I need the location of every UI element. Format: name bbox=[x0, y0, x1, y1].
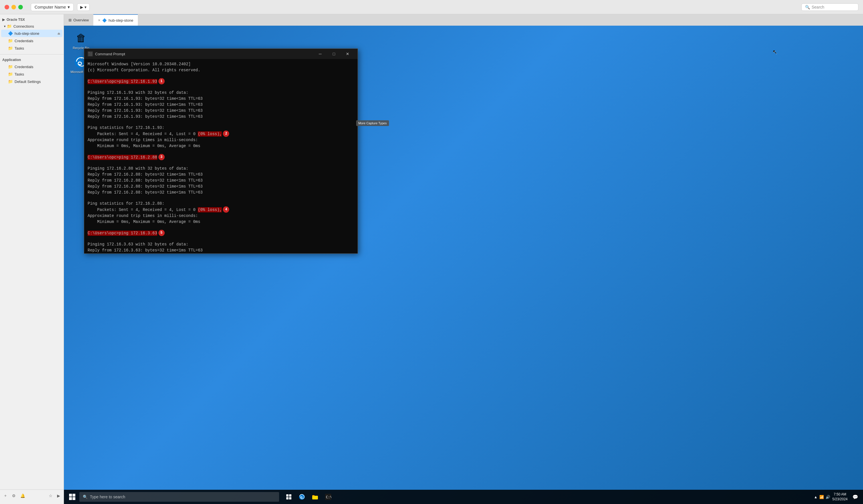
maximize-traffic-light[interactable] bbox=[18, 5, 23, 9]
edge-taskbar-button[interactable] bbox=[296, 491, 308, 503]
cmd-minimize-button[interactable]: ─ bbox=[314, 49, 327, 59]
main-content: ▶ Oracle TSX ▾ 📁 Connections 🔷 hub-step-… bbox=[0, 14, 863, 504]
ping3-r1: Reply from 172.16.3.63: bytes=32 time<1m… bbox=[88, 247, 354, 254]
svg-text:C:\: C:\ bbox=[326, 495, 332, 499]
hub-icon: 🔷 bbox=[8, 31, 13, 36]
sidebar-item-hub-step-stone[interactable]: 🔷 hub-step-stone ⏏ bbox=[1, 30, 62, 37]
app-tasks-label: Tasks bbox=[14, 72, 24, 76]
search-placeholder: Search bbox=[812, 5, 824, 9]
taskbar-search-text: Type here to search bbox=[90, 495, 125, 499]
sidebar-item-app-tasks[interactable]: 📁 Tasks bbox=[1, 70, 62, 78]
volume-icon: 🔊 bbox=[826, 495, 830, 499]
caret-up-icon[interactable]: ▲ bbox=[814, 495, 818, 499]
cmd-window-icon: ⬛ bbox=[88, 51, 93, 56]
taskbar-search[interactable]: 🔍 Type here to search bbox=[79, 492, 279, 502]
cmd-close-button[interactable]: ✕ bbox=[341, 49, 354, 59]
bookmark-button[interactable]: ☆ bbox=[48, 492, 54, 499]
minimize-traffic-light[interactable] bbox=[11, 5, 16, 9]
ping1-packets: Packets: Sent = 4, Received = 4, Lost = … bbox=[88, 131, 354, 137]
ping2-r2: Reply from 172.16.2.88: bytes=32 time<1m… bbox=[88, 178, 354, 184]
cmd-title-label: Command Prompt bbox=[95, 52, 314, 56]
tab-hub-step-stone[interactable]: ✕ 🔷 hub-step-stone bbox=[93, 14, 138, 26]
ping2-header: Pinging 172.16.2.88 with 32 bytes of dat… bbox=[88, 166, 354, 172]
ping2-packets: Packets: Sent = 4, Received = 4, Lost = … bbox=[88, 207, 354, 213]
nav-play-button[interactable]: ▶ ▾ bbox=[77, 3, 90, 11]
ping2-loss-highlighted: (0% loss), bbox=[198, 207, 222, 212]
tab-overview[interactable]: ⊞ Overview bbox=[64, 14, 93, 26]
tasks-label: Tasks bbox=[14, 46, 24, 50]
connections-label: Connections bbox=[13, 24, 34, 28]
cmd-taskbar-button[interactable]: C:\ bbox=[322, 491, 335, 503]
grid-icon: ⊞ bbox=[68, 18, 72, 22]
svg-rect-2 bbox=[73, 494, 75, 496]
add-button[interactable]: ＋ bbox=[2, 492, 9, 500]
ping1-r4: Reply from 172.16.1.93: bytes=32 time<1m… bbox=[88, 114, 354, 120]
cmd-controls: ─ □ ✕ bbox=[314, 49, 354, 59]
tasks-icon: 📁 bbox=[8, 46, 13, 50]
computer-name-label: Computer Name bbox=[35, 4, 66, 9]
cmd3-highlighted: C:\Users\opc>ping 172.16.3.63 bbox=[88, 231, 157, 236]
ping2-stats: Ping statistics for 172.16.2.88: bbox=[88, 201, 354, 207]
taskbar-search-icon: 🔍 bbox=[83, 495, 88, 499]
sidebar-bottom-right: ☆ ▶ bbox=[48, 492, 61, 499]
taskbar-clock: 7:50 AM 5/23/2024 bbox=[833, 492, 848, 502]
close-traffic-light[interactable] bbox=[4, 5, 9, 9]
tab-close-btn[interactable]: ✕ bbox=[98, 18, 100, 22]
windows-desktop: 🗑 Recycle Bin Microsoft Edge bbox=[64, 26, 863, 504]
alert-button[interactable]: 🔔 bbox=[19, 492, 26, 499]
oracle-tsx-label: Oracle TSX bbox=[7, 18, 25, 22]
application-label: Application bbox=[0, 57, 64, 63]
play-forward-button[interactable]: ▶ bbox=[56, 492, 61, 499]
credentials-label: Credentials bbox=[14, 39, 34, 43]
network-icon: 📶 bbox=[819, 495, 824, 499]
sidebar-item-tasks[interactable]: 📁 Tasks bbox=[1, 44, 62, 52]
sidebar-oracle-tsx[interactable]: ▶ Oracle TSX bbox=[0, 16, 64, 23]
cmd-maximize-button[interactable]: □ bbox=[327, 49, 340, 59]
sidebar-item-default-settings[interactable]: 📁 Default Settings bbox=[1, 78, 62, 85]
svg-rect-1 bbox=[69, 494, 72, 496]
step-badge-2: 2 bbox=[223, 131, 229, 137]
overview-tab-label: Overview bbox=[73, 18, 89, 22]
sidebar-connections-group[interactable]: ▾ 📁 Connections bbox=[0, 23, 64, 30]
search-bar[interactable]: 🔍 Search bbox=[801, 3, 859, 11]
cmd-content[interactable]: Microsoft Windows [Version 10.0.20348.24… bbox=[84, 59, 358, 254]
notification-button[interactable]: 💬 bbox=[850, 491, 861, 502]
file-explorer-taskbar-button[interactable] bbox=[309, 491, 321, 503]
svg-rect-4 bbox=[73, 497, 75, 500]
chevron-right-icon: ▶ bbox=[2, 18, 5, 22]
ping2-r1: Reply from 172.16.2.88: bytes=32 time<1m… bbox=[88, 172, 354, 178]
ping1-approx: Approximate round trip times in milli-se… bbox=[88, 137, 354, 143]
ping1-loss-highlighted: (0% loss), bbox=[198, 131, 222, 137]
recycle-bin-icon[interactable]: 🗑 Recycle Bin bbox=[70, 31, 92, 50]
ping2-times: Minimum = 0ms, Maximum = 0ms, Average = … bbox=[88, 219, 354, 225]
sidebar-item-credentials[interactable]: 📁 Credentials bbox=[1, 37, 62, 44]
default-settings-label: Default Settings bbox=[14, 79, 41, 84]
taskbar-icons: C:\ bbox=[283, 491, 335, 503]
taskbar-time-display: 7:50 AM bbox=[833, 492, 848, 497]
credentials-icon: 📁 bbox=[8, 38, 13, 43]
svg-rect-10 bbox=[312, 496, 318, 500]
ping1-r3: Reply from 172.16.1.93: bytes=32 time<1m… bbox=[88, 108, 354, 114]
application-section: Application 📁 Credentials 📁 Tasks 📁 Defa… bbox=[0, 54, 64, 85]
start-button[interactable] bbox=[66, 491, 78, 503]
ping1-header: Pinging 172.16.1.93 with 32 bytes of dat… bbox=[88, 90, 354, 96]
step-badge-3: 3 bbox=[158, 154, 165, 160]
settings-button[interactable]: ⚙ bbox=[11, 492, 17, 499]
svg-rect-5 bbox=[286, 494, 288, 496]
ping3-header: Pinging 172.16.3.63 with 32 bytes of dat… bbox=[88, 242, 354, 247]
task-view-button[interactable] bbox=[283, 491, 295, 503]
computer-name-button[interactable]: Computer Name ▾ bbox=[31, 3, 74, 11]
step-badge-5: 5 bbox=[158, 230, 165, 236]
eject-icon: ⏏ bbox=[58, 31, 60, 35]
chevron-down-icon: ▾ bbox=[68, 4, 70, 10]
ping2-r4: Reply from 172.16.2.88: bytes=32 time<1m… bbox=[88, 190, 354, 196]
command-prompt-window: ⬛ Command Prompt ─ □ ✕ Microsoft Windows… bbox=[84, 49, 358, 254]
taskbar-sys-icons: ▲ 📶 🔊 bbox=[814, 495, 830, 499]
sidebar-item-app-credentials[interactable]: 📁 Credentials bbox=[1, 63, 62, 70]
cmd1-line: C:\Users\opc>ping 172.16.1.931 bbox=[88, 78, 354, 85]
chevron-down-icon: ▾ bbox=[4, 25, 6, 28]
svg-rect-3 bbox=[69, 497, 72, 500]
nav-chevron-icon: ▾ bbox=[85, 5, 86, 9]
step-badge-4: 4 bbox=[223, 206, 229, 213]
cmd1-highlighted: C:\Users\opc>ping 172.16.1.93 bbox=[88, 79, 157, 84]
